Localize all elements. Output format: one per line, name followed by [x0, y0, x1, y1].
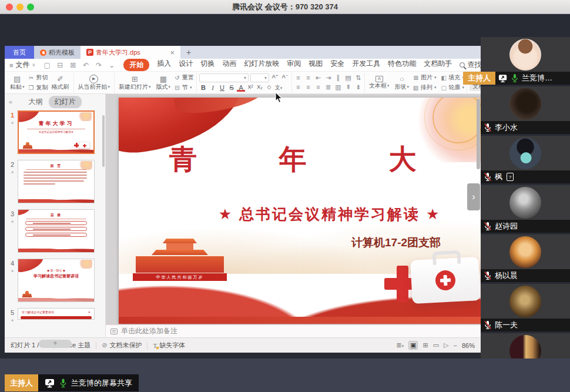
- menu-tab-审阅[interactable]: 审阅: [287, 59, 301, 71]
- underline-button[interactable]: U: [218, 84, 226, 92]
- slide-thumbnail-4[interactable]: ◆ 第一部分 ◆学习解读总书记重要讲话: [18, 259, 95, 302]
- outline-button[interactable]: ▢轮廓▾: [441, 83, 465, 92]
- indent-decrease-icon[interactable]: ⇤: [314, 74, 322, 82]
- tab-outline[interactable]: 大纲: [29, 97, 43, 107]
- participant-tile-杨以晨[interactable]: 杨以晨: [481, 234, 570, 282]
- bullet-list-icon[interactable]: ≡: [294, 74, 302, 82]
- menu-tab-视图[interactable]: 视图: [309, 59, 323, 71]
- format-painter-button[interactable]: ✐ 格式刷: [50, 75, 71, 91]
- participant-tile-陈一夫[interactable]: 陈一夫: [481, 284, 570, 331]
- section-button[interactable]: ⊟节▾: [174, 83, 194, 92]
- menu-tab-安全[interactable]: 安全: [330, 59, 344, 71]
- menu-tab-开发工具[interactable]: 开发工具: [352, 59, 380, 71]
- print-icon[interactable]: ⊟: [56, 61, 64, 69]
- slideshow-icon[interactable]: ▷: [444, 341, 448, 349]
- arrange-button[interactable]: ▧排列▾: [413, 83, 437, 92]
- zoom-level[interactable]: 86%: [462, 342, 475, 349]
- align-left-icon[interactable]: ≡: [294, 83, 302, 91]
- font-name-select[interactable]: ▾: [199, 73, 249, 82]
- first-aid-kit-art: [384, 249, 481, 317]
- play-from-current-button[interactable]: ▶ 从当前开始▾: [76, 75, 112, 91]
- text-tool-icon[interactable]: 文▾: [274, 84, 283, 92]
- clear-format-icon[interactable]: ◇: [265, 84, 273, 92]
- sidebar-scrollbar[interactable]: [102, 115, 105, 167]
- tab-document[interactable]: P 青年大学习.dps ×: [81, 46, 180, 59]
- participant-avatar: [509, 236, 541, 268]
- participant-name-bar: 枫?: [481, 170, 570, 183]
- participant-tile-赵诗园[interactable]: 赵诗园: [481, 185, 570, 233]
- distribute-icon[interactable]: ▥: [334, 83, 342, 91]
- slide-sorter-icon[interactable]: ⊞: [423, 341, 428, 349]
- save-icon[interactable]: ▢: [43, 61, 51, 69]
- copy-button[interactable]: ❐复制: [28, 83, 48, 92]
- numbered-list-icon[interactable]: ≡: [304, 74, 312, 82]
- participant-tile-枫[interactable]: 枫?: [481, 136, 570, 183]
- increase-font-icon[interactable]: A⁺: [271, 73, 279, 82]
- font-color-button[interactable]: A: [237, 84, 245, 92]
- tab-home[interactable]: 首页: [5, 46, 34, 59]
- new-slide-button[interactable]: ⊞ 新建幻灯片▾: [117, 75, 153, 91]
- menu-tab-开始[interactable]: 开始: [123, 59, 149, 71]
- zoom-out-icon[interactable]: −: [454, 342, 457, 349]
- cut-button[interactable]: ✂剪切: [28, 73, 48, 82]
- next-slide-arrow[interactable]: ›: [467, 183, 480, 210]
- new-tab-button[interactable]: +: [180, 46, 197, 59]
- participant-avatar: [509, 187, 541, 219]
- decrease-font-icon[interactable]: A⁻: [281, 73, 289, 82]
- align-bottom-icon[interactable]: ⇟: [354, 83, 362, 91]
- shape-button[interactable]: ○ 形状▾: [393, 75, 411, 91]
- redo-icon[interactable]: ↷: [95, 61, 103, 69]
- paste-button[interactable]: ▤ 粘贴▾: [8, 75, 26, 91]
- reading-view-icon[interactable]: ▭: [433, 341, 439, 349]
- notes-view-icon[interactable]: ≣▾: [396, 341, 404, 349]
- missing-font-warning[interactable]: T 缺失字体: [153, 341, 185, 350]
- participant-avatar: [509, 138, 541, 169]
- slide-thumbnail-3[interactable]: 目 录: [18, 209, 95, 253]
- align-center-icon[interactable]: ≡: [304, 83, 312, 91]
- menu-tab-特色功能[interactable]: 特色功能: [388, 59, 416, 71]
- slide-thumbnail-2[interactable]: 前 言: [18, 160, 95, 203]
- strikethrough-button[interactable]: S: [227, 84, 236, 92]
- menu-tab-设计[interactable]: 设计: [179, 59, 193, 71]
- picture-button[interactable]: ⊠图片▾: [413, 73, 437, 82]
- menu-tab-幻灯片放映[interactable]: 幻灯片放映: [244, 59, 279, 71]
- slide-thumbnail-5[interactable]: 学习解读总书记重要讲话✦: [18, 308, 95, 320]
- superscript-button[interactable]: X²: [246, 84, 254, 92]
- fill-button[interactable]: ◧填充▾: [441, 73, 465, 82]
- participant-tile-7[interactable]: [481, 333, 570, 359]
- line-spacing-icon[interactable]: ⇅: [354, 74, 362, 82]
- menu-tab-插入[interactable]: 插入: [157, 59, 171, 71]
- indent-increase-icon[interactable]: ⇥: [324, 74, 332, 82]
- export-icon[interactable]: ⊠: [69, 61, 77, 69]
- undo-icon[interactable]: ↶: [82, 61, 90, 69]
- file-menu[interactable]: ≡ 文件 ∨: [9, 60, 35, 70]
- slide-thumbnail-1[interactable]: 青年大学习★总书记会议精神学习解读★: [18, 110, 95, 154]
- text-direction-icon[interactable]: ▤: [344, 74, 352, 82]
- normal-view-icon[interactable]: ▣: [408, 341, 418, 350]
- tab-docer[interactable]: 稻壳模板: [34, 46, 81, 59]
- textbox-button[interactable]: A 文本框▾: [367, 76, 391, 90]
- add-slide-button[interactable]: +: [39, 340, 72, 348]
- align-top-icon[interactable]: ⇞: [344, 83, 352, 91]
- protection-status[interactable]: ⊘ 文档未保护: [102, 341, 142, 350]
- notes-bar[interactable]: 单击此处添加备注: [106, 324, 481, 337]
- italic-button[interactable]: I: [209, 84, 217, 92]
- slide-layout-button[interactable]: ▦ 版式▾: [155, 75, 173, 91]
- collapse-sidebar-icon[interactable]: «: [9, 98, 12, 105]
- font-size-select[interactable]: ▾: [250, 73, 269, 82]
- tab-slides[interactable]: 幻灯片: [49, 96, 82, 108]
- more-icon[interactable]: ⌄: [108, 61, 116, 69]
- menu-tab-文档助手[interactable]: 文档助手: [424, 59, 452, 71]
- tab-close-icon[interactable]: ×: [165, 48, 175, 57]
- bold-button[interactable]: B: [199, 84, 207, 92]
- reset-button[interactable]: ↺重置: [174, 73, 194, 82]
- find-menu[interactable]: 查找: [460, 60, 481, 70]
- justify-icon[interactable]: ≣: [324, 83, 332, 91]
- menu-tab-动画[interactable]: 动画: [222, 59, 236, 71]
- subscript-button[interactable]: X₂: [256, 84, 264, 92]
- participant-tile-李小水[interactable]: 李小水: [481, 86, 570, 134]
- columns-icon[interactable]: ∥: [334, 74, 342, 82]
- align-right-icon[interactable]: ≡: [314, 83, 322, 91]
- participant-tile-兰竞博…[interactable]: 主持人兰竞博…: [481, 37, 570, 85]
- menu-tab-切换[interactable]: 切换: [200, 59, 214, 71]
